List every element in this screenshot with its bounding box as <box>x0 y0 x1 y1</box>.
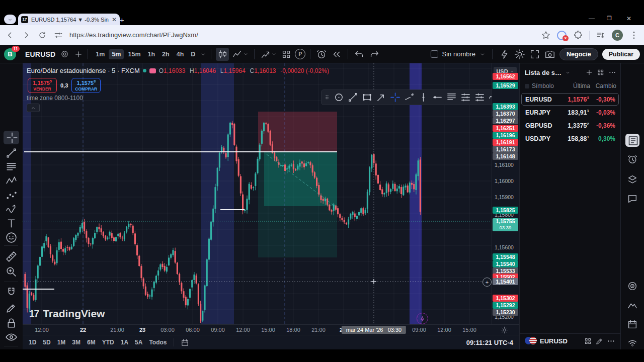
timeframe-chevron-icon[interactable] <box>200 51 206 57</box>
layers-icon[interactable] <box>627 174 638 185</box>
range-3m[interactable]: 3M <box>72 339 80 346</box>
forecast-icon[interactable] <box>5 189 18 202</box>
symbol-title[interactable]: Euro/Dólar estadounidense · 5 · FXCM <box>27 67 140 74</box>
range-5a[interactable]: 5A <box>135 339 142 346</box>
browser-tab[interactable]: 17 EURUSD 1,15764 ▼ -0.3% Sin ✕ <box>18 14 120 25</box>
url-text[interactable]: https://es.tradingview.com/chart/PFJwgNx… <box>69 31 535 39</box>
wifi-icon[interactable] <box>627 337 638 348</box>
fullscreen-icon[interactable] <box>529 49 540 60</box>
chart-pane[interactable]: Euro/Dólar estadounidense · 5 · FXCM O1,… <box>23 63 492 324</box>
xabcd-icon[interactable] <box>5 175 18 188</box>
legend-collapse-button[interactable] <box>27 104 40 112</box>
magnet-icon[interactable] <box>5 287 18 299</box>
range-ytd[interactable]: YTD <box>102 339 114 346</box>
buy-button[interactable]: 1,15758 COMPRAR <box>71 78 101 93</box>
axis-settings-gear-icon[interactable] <box>501 326 508 334</box>
alert-button[interactable] <box>315 48 328 61</box>
sliders-icon[interactable] <box>474 92 486 103</box>
layout-checkbox[interactable] <box>431 50 438 58</box>
trade-button[interactable]: Negocie <box>559 48 598 60</box>
clock-utc[interactable]: 09:11:21 UTC-4 <box>466 339 513 346</box>
symbol-switch-icon[interactable] <box>60 50 69 58</box>
chart-type-candles-button[interactable] <box>216 48 229 61</box>
vline-icon[interactable] <box>418 92 429 103</box>
sell-button[interactable]: 1,15755 VENDER <box>28 78 57 93</box>
timeframe-D[interactable]: D <box>188 49 198 59</box>
arrowtool-icon[interactable] <box>375 92 387 103</box>
watchlist-title[interactable]: Lista de s… <box>525 69 561 76</box>
extensions-puzzle-icon[interactable] <box>573 30 583 40</box>
range-todos[interactable]: Todos <box>149 339 167 346</box>
crosshair-icon[interactable] <box>389 92 401 103</box>
column-symbol[interactable]: Símbolo <box>532 82 559 89</box>
bar-replay-button[interactable] <box>330 48 343 61</box>
brush-icon[interactable] <box>404 92 415 103</box>
grid-view-icon[interactable] <box>597 68 605 76</box>
timeframe-5m[interactable]: 5m <box>109 49 124 59</box>
media-playlist-icon[interactable] <box>596 30 606 40</box>
add-symbol-icon[interactable] <box>585 68 593 76</box>
trend-icon[interactable] <box>347 92 359 103</box>
trend-icon[interactable] <box>5 147 18 159</box>
quick-search-icon[interactable] <box>499 49 510 60</box>
textT-icon[interactable] <box>5 217 18 230</box>
target-icon[interactable] <box>627 281 638 292</box>
user-avatar[interactable]: B 11 <box>4 48 16 60</box>
range-5d[interactable]: 5D <box>43 339 50 346</box>
undo-button[interactable] <box>353 48 366 61</box>
layout-templates-button[interactable] <box>280 48 293 61</box>
chevron-down-icon[interactable] <box>479 51 486 57</box>
flag-icon[interactable] <box>149 68 156 73</box>
crosshair-add-alert-button[interactable]: + <box>482 278 492 287</box>
chat-icon[interactable] <box>627 193 638 204</box>
listdoc-icon[interactable] <box>625 134 639 147</box>
zoomplus-icon[interactable] <box>5 265 18 278</box>
footer-edit-icon[interactable] <box>595 337 604 345</box>
window-close-button[interactable]: ✕ <box>626 15 631 22</box>
wave-icon[interactable] <box>5 203 18 216</box>
watchlist-row-usdjpy[interactable]: USDJPY158,8810,30% <box>521 132 619 145</box>
forward-icon[interactable] <box>21 30 31 40</box>
watchlist-row-eurjpy[interactable]: EURJPY183,911-0,03% <box>521 106 619 119</box>
new-tab-button[interactable]: + <box>120 16 124 24</box>
circletool-icon[interactable] <box>333 92 345 103</box>
range-6m[interactable]: 6M <box>87 339 96 346</box>
publish-button[interactable]: Publicar <box>602 49 640 60</box>
price-axis[interactable]: USD 1,165621,165291,163931,163701,162971… <box>492 63 520 324</box>
calendar-icon[interactable] <box>627 319 638 330</box>
back-icon[interactable] <box>5 30 15 40</box>
range-1a[interactable]: 1A <box>121 339 128 346</box>
go-to-date-icon[interactable] <box>181 338 189 347</box>
sliders-icon[interactable] <box>460 92 471 103</box>
reload-icon[interactable] <box>37 30 47 40</box>
eyecross-icon[interactable] <box>5 331 18 343</box>
symbol-search-button[interactable]: EURUSD <box>25 50 55 58</box>
time-axis[interactable]: 12:002221:002303:0006:0009:0012:0015:001… <box>23 324 519 335</box>
watchlist-row-eurusd[interactable]: EURUSD1,15763-0,30% <box>521 93 619 106</box>
column-change[interactable]: Cambio <box>590 82 616 89</box>
line-tool-dropdown[interactable] <box>231 48 250 61</box>
tab-close-icon[interactable]: ✕ <box>112 16 117 23</box>
timeframe-1h[interactable]: 1h <box>145 49 158 59</box>
chevron-down-icon[interactable] <box>565 70 571 75</box>
window-minimize-button[interactable]: — <box>589 15 595 22</box>
footer-more-icon[interactable] <box>607 337 615 345</box>
pencillock-icon[interactable] <box>5 302 18 314</box>
snapshot-camera-icon[interactable] <box>544 49 555 60</box>
browser-avatar[interactable]: C <box>612 30 623 41</box>
footer-grid-icon[interactable] <box>584 337 592 345</box>
layout-name[interactable]: Sin nombre <box>442 50 475 58</box>
ruler-icon[interactable] <box>5 250 18 263</box>
wave-icon[interactable] <box>488 92 492 103</box>
column-last[interactable]: Última <box>559 82 590 89</box>
recttool-icon[interactable] <box>361 92 373 103</box>
watchlist-row-gbpusd[interactable]: GBPUSD1,33752-0,36% <box>521 119 619 132</box>
window-maximize-button[interactable]: ❐ <box>607 15 612 22</box>
footer-symbol[interactable]: EURUSD <box>540 337 581 345</box>
range-1d[interactable]: 1D <box>29 339 36 346</box>
hray-icon[interactable] <box>432 92 443 103</box>
compare-add-icon[interactable] <box>74 50 83 59</box>
timeframe-4h[interactable]: 4h <box>174 49 187 59</box>
range-1m[interactable]: 1M <box>57 339 66 346</box>
redo-button[interactable] <box>368 48 381 61</box>
